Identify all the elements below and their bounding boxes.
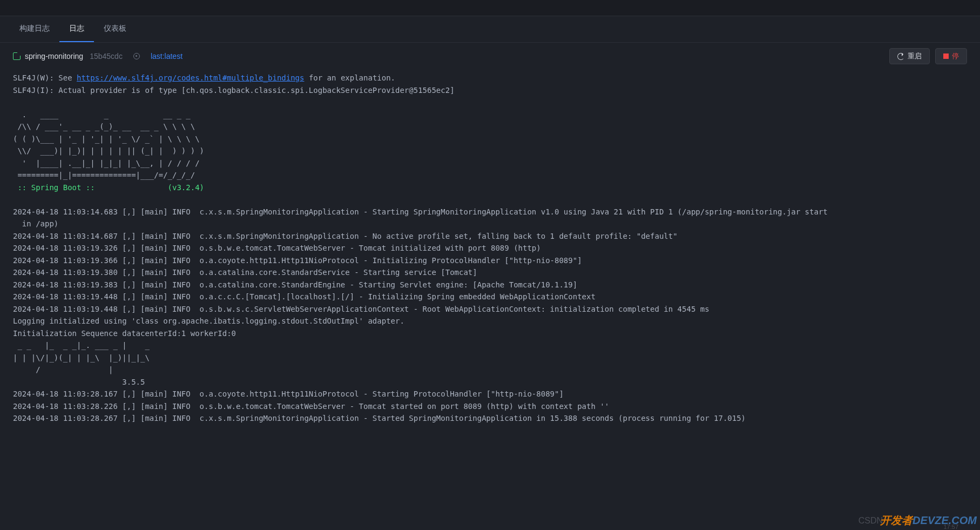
- log-line: 2024-04-18 11:03:28.167 [,] [main] INFO …: [13, 390, 564, 398]
- sub-toolbar: spring-monitoring 15b45cdc last:latest 重…: [0, 43, 980, 70]
- log-line: 2024-04-18 11:03:19.383 [,] [main] INFO …: [13, 280, 577, 289]
- log-line: 2024-04-18 11:03:14.687 [,] [main] INFO …: [13, 232, 678, 240]
- banner-line: / |: [13, 365, 154, 374]
- spring-boot-version: :: Spring Boot :: (v3.2.4): [13, 183, 204, 192]
- banner-line: ' |____| .__|_| |_|_| |_\__, | / / / /: [13, 159, 200, 167]
- banner-line: \\/ ___)| |_)| | | | | || (_| | ) ) ) ): [13, 146, 204, 155]
- banner-line: | | |\/|_)(_| | |_\ |_)||_|_\: [13, 353, 154, 362]
- log-line: SLF4J(I): Actual provider is of type [ch…: [13, 86, 455, 95]
- banner-line: /\\ / ___'_ __ _ _(_)_ __ __ _ \ \ \ \: [13, 122, 195, 131]
- restart-button[interactable]: 重启: [889, 48, 930, 64]
- window-titlebar: [0, 0, 980, 16]
- banner-line: =========|_|==============|___/=/_/_/_/: [13, 171, 195, 179]
- log-output[interactable]: SLF4J(W): See https://www.slf4j.org/code…: [0, 70, 980, 427]
- banner-line: . ____ _ __ _ _: [13, 110, 191, 119]
- project-status-icon: [13, 52, 21, 60]
- banner-line: ( ( )\___ | '_ | '_| | '_ \/ _` | \ \ \ …: [13, 135, 200, 143]
- log-line: Logging initialized using 'class org.apa…: [13, 317, 404, 325]
- log-line: 2024-04-18 11:03:28.226 [,] [main] INFO …: [13, 402, 609, 411]
- target-link[interactable]: last:latest: [151, 52, 183, 61]
- tab-build-log[interactable]: 构建日志: [10, 16, 59, 42]
- log-line: 2024-04-18 11:03:19.448 [,] [main] INFO …: [13, 305, 709, 313]
- stop-button[interactable]: 停: [935, 48, 967, 64]
- log-line: SLF4J(W): See: [13, 73, 77, 82]
- log-line: in /app): [13, 219, 58, 228]
- log-line: 2024-04-18 11:03:19.380 [,] [main] INFO …: [13, 268, 477, 277]
- time-watermark: 17:57: [943, 524, 958, 530]
- banner-line: _ _ |_ _ _|_. ___ _ | _: [13, 341, 154, 350]
- stop-label: 停: [952, 51, 959, 61]
- commit-hash: 15b45cdc: [90, 52, 123, 61]
- log-line: 2024-04-18 11:03:19.366 [,] [main] INFO …: [13, 256, 582, 265]
- tab-dashboard[interactable]: 仪表板: [94, 16, 136, 42]
- tab-bar: 构建日志 日志 仪表板: [0, 16, 980, 43]
- tab-log[interactable]: 日志: [59, 16, 94, 42]
- log-line: for an explanation.: [304, 73, 395, 82]
- target-icon: [133, 53, 140, 59]
- devze-watermark: 开发者DEVZE.COM: [880, 513, 977, 528]
- restart-label: 重启: [908, 51, 922, 61]
- slf4j-link[interactable]: https://www.slf4j.org/codes.html#multipl…: [77, 73, 304, 82]
- log-line: 2024-04-18 11:03:28.267 [,] [main] INFO …: [13, 414, 746, 422]
- csdn-watermark: CSDN: [859, 516, 883, 526]
- log-line: 2024-04-18 11:03:19.448 [,] [main] INFO …: [13, 292, 596, 301]
- banner-line: 3.5.5: [13, 378, 150, 386]
- log-line: 2024-04-18 11:03:14.683 [,] [main] INFO …: [13, 207, 828, 216]
- log-line: Initialization Sequence datacenterId:1 w…: [13, 329, 236, 338]
- action-buttons: 重启 停: [889, 48, 967, 64]
- project-info: spring-monitoring 15b45cdc last:latest: [13, 52, 183, 61]
- project-name: spring-monitoring: [25, 52, 83, 61]
- log-line: 2024-04-18 11:03:19.326 [,] [main] INFO …: [13, 244, 541, 252]
- stop-icon: [943, 53, 949, 59]
- reload-icon: [897, 53, 904, 60]
